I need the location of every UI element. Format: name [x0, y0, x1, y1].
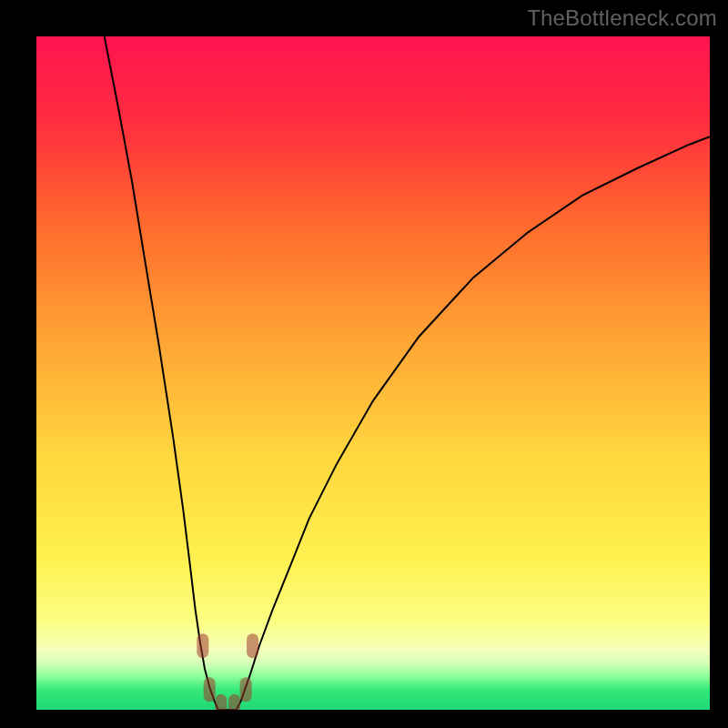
- plot-area: [36, 36, 710, 710]
- watermark-text: TheBottleneck.com: [527, 5, 717, 31]
- curve-layer: [36, 36, 710, 710]
- curve-right-branch: [237, 136, 710, 710]
- valley-markers: [203, 640, 253, 710]
- curve-left-branch: [105, 36, 218, 710]
- chart-frame: TheBottleneck.com: [0, 0, 728, 728]
